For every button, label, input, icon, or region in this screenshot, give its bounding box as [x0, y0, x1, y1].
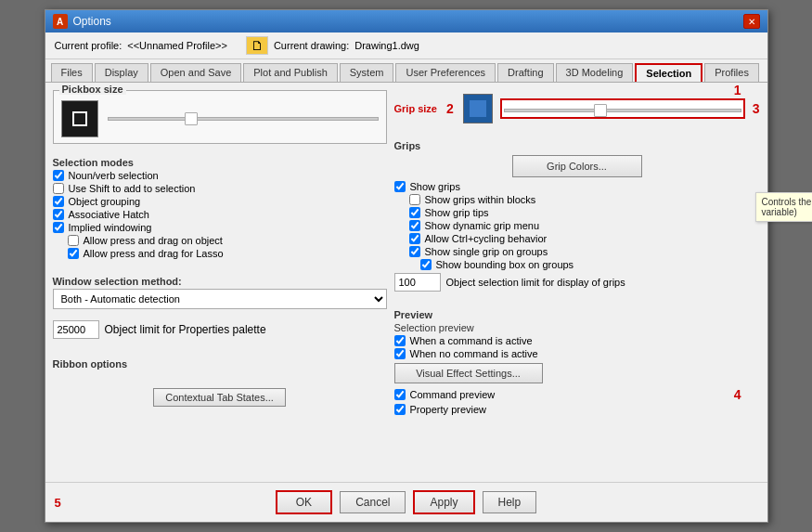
checkbox-show-grip-tips-input[interactable] — [409, 207, 420, 218]
checkbox-bounding-box: Show bounding box on groups — [420, 259, 760, 270]
cancel-button[interactable]: Cancel — [340, 491, 406, 513]
selection-modes-title: Selection modes — [53, 157, 387, 168]
num3-label: 3 — [753, 101, 760, 116]
ribbon-section: Ribbon options Contextual Tab States... — [53, 355, 387, 407]
tab-display[interactable]: Display — [95, 63, 148, 82]
checkbox-ctrl-cycling-label: Allow Ctrl+cycling behavior — [425, 233, 548, 244]
close-button[interactable]: ✕ — [743, 14, 760, 29]
pickbox-label: Pickbox size — [59, 84, 126, 95]
contextual-btn-wrapper: Contextual Tab States... — [53, 388, 387, 407]
checkbox-cmd-active-label: When a command is active — [410, 335, 533, 346]
object-limit-label: Object limit for Properties palette — [105, 323, 266, 336]
content-area: Pickbox size Selection modes Noun/ver — [45, 83, 767, 482]
num2-label: 2 — [446, 101, 454, 116]
checkbox-bounding-box-label: Show bounding box on groups — [436, 259, 574, 270]
checkbox-cmd-active-input[interactable] — [394, 335, 406, 346]
pickbox-preview — [61, 100, 98, 137]
checkbox-single-grip-groups-input[interactable] — [409, 246, 420, 257]
current-drawing-value: Drawing1.dwg — [354, 40, 419, 51]
tab-3d-modeling[interactable]: 3D Modeling — [556, 63, 634, 82]
grips-label: Grips — [394, 140, 760, 151]
tabs-bar: Files Display Open and Save Plot and Pub… — [45, 59, 767, 83]
grips-limit-input[interactable] — [394, 273, 441, 292]
checkbox-show-grips-blocks-input[interactable] — [409, 194, 420, 205]
checkbox-ctrl-cycling: Allow Ctrl+cycling behavior — [409, 233, 760, 244]
checkbox-no-cmd-active-input[interactable] — [394, 348, 406, 359]
checkbox-show-grips-input[interactable] — [394, 181, 406, 192]
checkbox-single-grip-groups: Show single grip on groups — [409, 246, 760, 257]
grip-colors-btn-wrapper: Grip Colors... — [394, 155, 760, 177]
ribbon-label: Ribbon options — [53, 358, 387, 370]
grip-size-label: Grip size — [394, 103, 437, 114]
tab-profiles[interactable]: Profiles — [704, 63, 759, 82]
num5-label: 5 — [55, 496, 61, 510]
checkbox-dynamic-grip-menu-input[interactable] — [409, 220, 420, 231]
checkbox-ctrl-cycling-input[interactable] — [409, 233, 420, 244]
object-limit-input[interactable] — [53, 320, 99, 339]
ok-button[interactable]: OK — [276, 490, 332, 514]
checkbox-show-grips-label: Show grips — [410, 181, 460, 192]
grips-section: Grips Grip Colors... Show grips Show gri… — [394, 136, 760, 294]
checkbox-implied-windowing: Implied windowing — [53, 222, 387, 233]
grip-slider[interactable] — [504, 109, 741, 112]
profile-bar: Current profile: <<Unnamed Profile>> 🗋 C… — [45, 32, 767, 59]
pickbox-slider[interactable] — [108, 117, 379, 121]
app-icon: A — [53, 14, 68, 29]
tab-open-and-save[interactable]: Open and Save — [150, 63, 241, 82]
help-button[interactable]: Help — [483, 491, 537, 513]
tab-selection[interactable]: Selection — [635, 63, 702, 82]
profile-bar-right: 🗋 Current drawing: Drawing1.dwg — [246, 36, 419, 55]
checkbox-shift-add-input[interactable] — [53, 183, 64, 194]
title-bar-left: A Options — [53, 14, 111, 29]
checkbox-noun-verb-input[interactable] — [53, 170, 64, 181]
current-profile-value: <<Unnamed Profile>> — [127, 40, 227, 51]
window-title: Options — [73, 15, 111, 28]
checkbox-assoc-hatch: Associative Hatch — [53, 209, 387, 220]
selection-modes-section: Selection modes Noun/verb selection Use … — [53, 153, 387, 261]
checkbox-implied-windowing-input[interactable] — [53, 222, 64, 233]
checkbox-shift-add: Use Shift to add to selection — [53, 183, 387, 194]
num1-label: 1 — [734, 83, 741, 97]
grip-size-section: Grip size 2 1 3 — [394, 90, 760, 127]
tooltip-box: Controls the display of gri variable) — [755, 192, 813, 222]
tab-user-preferences[interactable]: User Preferences — [395, 63, 496, 82]
checkbox-show-grip-tips-label: Show grip tips — [425, 207, 489, 218]
checkbox-show-grips: Show grips — [394, 181, 760, 192]
checkbox-bounding-box-input[interactable] — [420, 259, 432, 270]
checkbox-single-grip-groups-label: Show single grip on groups — [425, 246, 548, 257]
grip-colors-button[interactable]: Grip Colors... — [512, 155, 642, 177]
checkbox-assoc-hatch-label: Associative Hatch — [69, 209, 149, 220]
current-drawing-label: Current drawing: — [274, 40, 349, 51]
checkbox-press-drag-lasso-input[interactable] — [68, 248, 79, 259]
tab-drafting[interactable]: Drafting — [497, 63, 554, 82]
checkbox-property-preview-input[interactable] — [394, 404, 406, 415]
checkbox-object-grouping-input[interactable] — [53, 196, 64, 207]
apply-button[interactable]: Apply — [413, 490, 474, 514]
checkbox-press-drag-obj-input[interactable] — [68, 235, 79, 246]
grip-preview — [463, 94, 493, 123]
num4-label: 4 — [734, 387, 741, 402]
checkbox-noun-verb-label: Noun/verb selection — [69, 170, 159, 181]
checkbox-press-drag-obj: Allow press and drag on object — [68, 235, 387, 246]
grip-slider-wrap — [500, 98, 745, 119]
pickbox-inner — [72, 111, 87, 126]
window-selection-dropdown[interactable]: Both - Automatic detection — [53, 289, 387, 309]
checkbox-command-preview-input[interactable] — [394, 389, 406, 400]
contextual-tab-states-button[interactable]: Contextual Tab States... — [153, 388, 286, 407]
visual-effect-settings-button[interactable]: Visual Effect Settings... — [394, 363, 543, 383]
checkbox-press-drag-lasso-label: Allow press and drag for Lasso — [84, 248, 224, 259]
preview-label: Preview — [394, 309, 760, 320]
window-selection-section: Window selection method: Both - Automati… — [53, 272, 387, 309]
checkbox-assoc-hatch-input[interactable] — [53, 209, 64, 220]
selection-preview-label: Selection preview — [394, 322, 760, 333]
tab-system[interactable]: System — [340, 63, 394, 82]
checkbox-cmd-active: When a command is active — [394, 335, 760, 346]
left-panel: Pickbox size Selection modes Noun/ver — [53, 90, 387, 474]
tab-plot-and-publish[interactable]: Plot and Publish — [243, 63, 338, 82]
pickbox-slider-container — [108, 117, 379, 121]
window-selection-title: Window selection method: — [53, 276, 387, 287]
grips-limit-label: Object selection limit for display of gr… — [446, 277, 625, 288]
tab-files[interactable]: Files — [51, 63, 93, 82]
checkbox-property-preview-label: Property preview — [410, 404, 487, 415]
footer: 5 OK Cancel Apply Help — [45, 482, 767, 522]
